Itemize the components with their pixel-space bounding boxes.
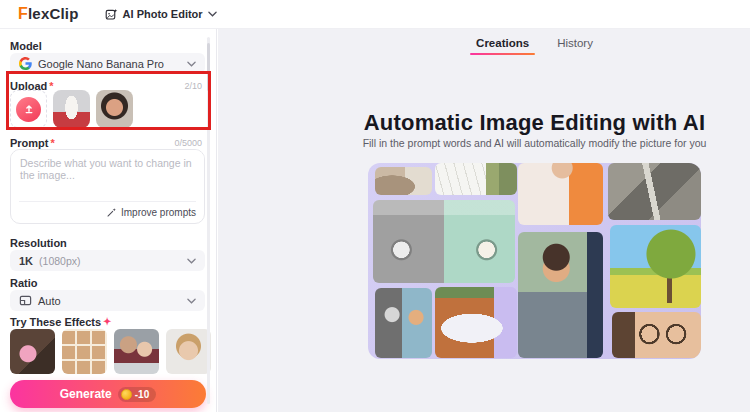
resolution-detail: (1080px) [39, 255, 80, 267]
collage-woman-glasses-image [612, 312, 701, 358]
page-title: Automatic Image Editing with AI [328, 110, 741, 136]
app-menu-label: AI Photo Editor [123, 8, 203, 20]
effect-thumbnail-father-child[interactable] [114, 329, 159, 374]
chevron-down-icon [208, 11, 217, 17]
tab-history[interactable]: History [557, 37, 593, 55]
model-dropdown[interactable]: Google Nano Banana Pro [10, 53, 205, 74]
uploaded-image-red-carpet[interactable] [53, 90, 90, 128]
required-asterisk: * [51, 137, 55, 149]
collage-restored-photo-image [608, 163, 701, 220]
top-bar: FlexClip AI Photo Editor [0, 0, 750, 29]
resolution-label: Resolution [10, 237, 67, 249]
collage-couple-photo-image [375, 288, 432, 358]
sidebar-scrollbar-thumb[interactable] [207, 43, 210, 91]
upload-circle [16, 97, 41, 122]
showcase-collage [368, 163, 701, 359]
active-tab-underline [470, 53, 535, 56]
collage-smiling-man-image [518, 232, 603, 358]
settings-sidebar: Model Google Nano Banana Pro Upload* 2/1… [0, 29, 217, 412]
effect-thumbnail-doll-figurine[interactable] [10, 329, 55, 374]
collage-sketch-to-real-image [435, 163, 517, 195]
ratio-value: Auto [38, 295, 61, 307]
collage-colorized-car-image [373, 200, 515, 283]
resolution-dropdown[interactable]: 1K (1080px) [10, 250, 205, 271]
model-label: Model [10, 40, 42, 52]
effects-label: Try These Effects✦ [10, 316, 111, 328]
ratio-label: Ratio [10, 277, 38, 289]
collage-tree-landscape-image [610, 225, 701, 308]
app-window: FlexClip AI Photo Editor Model Goo [0, 0, 750, 412]
improve-prompts-label: Improve prompts [121, 207, 196, 218]
credit-cost: -10 [135, 389, 149, 400]
chevron-down-icon [187, 61, 196, 67]
uploaded-image-portrait[interactable] [96, 90, 133, 128]
model-value: Google Nano Banana Pro [38, 58, 164, 70]
resolution-value: 1K [19, 255, 33, 267]
logo-letter: F [18, 5, 28, 23]
effect-thumbnail-pet-grid[interactable] [62, 329, 107, 374]
flexclip-logo[interactable]: FlexClip [18, 5, 79, 23]
collage-furniture-image [375, 167, 432, 195]
chevron-down-icon [187, 298, 196, 304]
ratio-dropdown[interactable]: Auto [10, 290, 205, 311]
sidebar-scrollbar-track [207, 37, 210, 404]
upload-count: 2/10 [184, 81, 202, 91]
effects-row [10, 329, 211, 374]
sparkle-icon: ✦ [103, 316, 111, 327]
wand-sparkle-icon [106, 207, 117, 218]
photo-editor-icon [105, 8, 118, 21]
coin-icon [121, 389, 132, 400]
main-area: Creations History Automatic Image Editin… [218, 29, 750, 412]
prompt-box: Improve prompts [10, 149, 205, 224]
prompt-input[interactable] [11, 150, 204, 192]
collage-sneaker-image [435, 287, 517, 358]
prompt-label: Prompt* [10, 137, 55, 149]
effect-thumbnail-toddler[interactable] [166, 329, 211, 374]
aspect-ratio-icon [19, 294, 32, 307]
generate-button[interactable]: Generate -10 [10, 380, 206, 408]
tab-creations[interactable]: Creations [476, 37, 529, 55]
app-menu[interactable]: AI Photo Editor [105, 8, 217, 21]
page-subtitle: Fill in the prompt words and AI will aut… [328, 137, 741, 149]
credit-cost-pill: -10 [118, 387, 156, 402]
generate-label: Generate [60, 387, 112, 401]
google-g-icon [19, 57, 32, 70]
chevron-down-icon [187, 258, 196, 264]
add-image-button[interactable] [10, 90, 47, 128]
logo-text: lexClip [28, 5, 79, 22]
upload-arrow-icon [23, 103, 35, 115]
prompt-count: 0/5000 [174, 138, 202, 148]
improve-prompts-button[interactable]: Improve prompts [19, 201, 196, 223]
tab-bar: Creations History [368, 37, 701, 55]
collage-tshirt-recolor-image [518, 163, 603, 225]
upload-row [10, 90, 133, 128]
